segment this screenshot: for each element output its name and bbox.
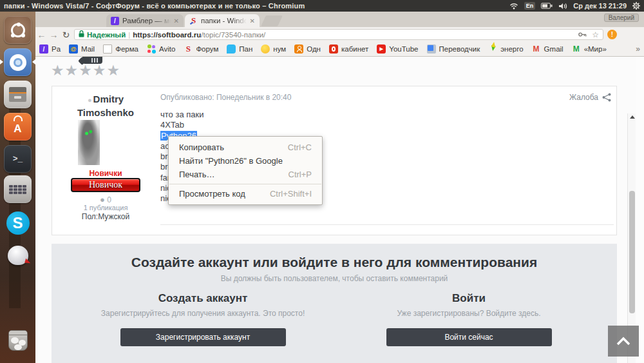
login-heading: Войти (340, 292, 598, 305)
smiley-icon (261, 44, 270, 54)
tab-softboard[interactable]: S папки - Windows V ✕ (185, 14, 260, 27)
scrollbar-thumb[interactable] (629, 191, 635, 313)
post-line: что за паки (160, 110, 204, 120)
tab-close-button[interactable]: ✕ (174, 17, 179, 25)
back-button[interactable]: ← (35, 30, 48, 40)
focused-indicator (32, 59, 35, 64)
avito-icon (147, 44, 156, 54)
rambler-favicon: / (111, 17, 119, 25)
report-link[interactable]: Жалоба (569, 93, 598, 102)
avatar[interactable] (78, 120, 100, 165)
bookmark-forum[interactable]: SФорум (184, 44, 218, 54)
lightning-icon (488, 44, 497, 54)
tab-close-button[interactable]: ✕ (250, 17, 255, 25)
tab-rambler[interactable]: / Рамблер — медий ✕ (106, 14, 184, 27)
reload-button[interactable]: ↻ (60, 30, 72, 40)
menu-item-search-google[interactable]: Найти "Python26" в Google (169, 154, 322, 168)
youtube-icon: ▶ (377, 44, 386, 54)
mailru-icon: @ (69, 44, 78, 54)
wifi-icon[interactable] (509, 3, 518, 10)
odnoklassniki-icon (294, 44, 303, 54)
security-label[interactable]: Надежный (87, 31, 126, 39)
ball-app-icon[interactable] (4, 241, 32, 269)
register-button[interactable]: Зарегистрировать аккаунт (120, 328, 286, 346)
posts-count: 1 публикация (52, 204, 159, 211)
bookmark-rambler[interactable]: /Pa (39, 44, 61, 54)
session-gear-icon[interactable] (632, 2, 640, 10)
battery-icon[interactable] (541, 3, 553, 9)
url-host: https://softboard.ru (133, 31, 201, 39)
bookmark-avito[interactable]: Avito (147, 44, 175, 54)
volume-icon[interactable] (558, 3, 567, 10)
login-button[interactable]: Войти сейчас (386, 328, 552, 346)
system-panel: папки - Windows Vista/7 - СофтФорум - вс… (0, 0, 644, 12)
skype-icon[interactable]: S (4, 209, 32, 237)
author-gender: Пол:Мужской (52, 212, 159, 221)
new-tab-button[interactable] (261, 15, 283, 26)
chromium-launcher-icon[interactable] (4, 48, 32, 76)
bookmark-num[interactable]: нум (261, 44, 286, 54)
reputation: ● 0 (52, 195, 159, 204)
translate-icon (427, 44, 436, 54)
page-icon (103, 44, 112, 54)
bookmark-gmail[interactable]: MGmail (532, 44, 564, 54)
status-dot: ● (88, 96, 92, 104)
bookmark-pan[interactable]: Пан (227, 44, 252, 54)
bookmark-ferma[interactable]: Ферма (103, 44, 138, 54)
scrollbar-up-arrow[interactable] (630, 115, 635, 119)
bookmark-mail[interactable]: @Mail (69, 44, 95, 54)
bookmark-energo[interactable]: энерго (488, 44, 523, 54)
bookmarks-overflow-chevron[interactable]: » (636, 44, 640, 54)
login-column: Войти Уже зарегистрированы? Войдите здес… (340, 292, 598, 346)
bookmark-mir[interactable]: M«Мир» (572, 44, 607, 54)
address-bar[interactable]: Надежный | https://softboard.ru /topic/7… (74, 29, 603, 40)
cta-subtitle: Вы должны быть пользователем, чтобы оста… (52, 274, 617, 283)
topic-rating-stars[interactable]: ★★★★★ (51, 62, 120, 79)
tab-title: папки - Windows V (201, 17, 247, 25)
window-title: папки - Windows Vista/7 - СофтФорум - вс… (4, 2, 305, 10)
divider (160, 224, 614, 225)
bookmark-star-icon[interactable]: ☆ (592, 30, 599, 39)
bookmark-translate[interactable]: Переводчик (427, 44, 480, 54)
bookmarks-bar: /Pa @Mail Ферма Avito SФорум Пан нум Одн… (35, 42, 644, 57)
menu-item-print[interactable]: Печать…Ctrl+P (169, 168, 322, 181)
ubuntu-software-icon[interactable]: A (4, 113, 32, 141)
browser-chrome: Валерий / Рамблер — медий ✕ S папки - Wi… (35, 12, 644, 57)
cta-title: Создайте аккаунт или войдите в него для … (52, 244, 617, 270)
bookmark-odn[interactable]: Одн (294, 44, 321, 54)
update-badge-icon[interactable]: ! (607, 30, 617, 39)
bookmark-youtube[interactable]: ▶YouTube (377, 44, 418, 54)
gmail-icon: M (532, 44, 541, 54)
login-text: Уже зарегистрированы? Войдите здесь. (340, 309, 598, 318)
comment-cta-section: Создайте аккаунт или войдите в него для … (52, 244, 617, 363)
forward-button[interactable]: → (48, 30, 60, 40)
trash-icon[interactable] (4, 326, 32, 354)
bookmark-kabinet[interactable]: кабинет (329, 44, 368, 54)
forum-page: ★★★★★ ●Dmitry Timoshenko Новички Новичок… (35, 57, 636, 363)
menu-item-copy[interactable]: КопироватьCtrl+C (169, 141, 322, 154)
author-name[interactable]: ●Dmitry Timoshenko (67, 93, 144, 119)
menu-item-inspect[interactable]: Просмотреть кодCtrl+Shift+I (169, 187, 322, 201)
keyboard-layout-indicator[interactable]: En (524, 2, 536, 10)
calculator-icon[interactable] (4, 175, 32, 203)
browser-profile-chip[interactable]: Валерий (604, 14, 639, 22)
clock[interactable]: Ср дек 13 21:29 (573, 2, 627, 10)
running-indicator (0, 59, 3, 64)
share-icon[interactable] (602, 93, 611, 104)
rank-badge: Новичок (71, 178, 140, 192)
password-key-icon[interactable] (578, 31, 587, 39)
post-timestamp: Опубликовано: Понедельник в 20:40 (160, 93, 291, 102)
register-text: Зарегистрируйтесь для получения аккаунта… (74, 309, 332, 318)
post-card: ●Dmitry Timoshenko Новички Новичок ● 0 1… (52, 86, 617, 235)
softboard-icon: S (184, 44, 193, 54)
menu-separator (169, 184, 321, 184)
context-menu: КопироватьCtrl+C Найти "Python26" в Goog… (168, 136, 323, 205)
register-column: Создать аккаунт Зарегистрируйтесь для по… (74, 292, 332, 346)
ubuntu-dash-icon[interactable] (4, 16, 32, 44)
post-author-column: ●Dmitry Timoshenko Новички Новичок ● 0 1… (52, 86, 159, 235)
file-manager-icon[interactable] (4, 81, 32, 108)
bubble-icon (227, 44, 236, 54)
browser-toolbar: ← → ↻ Надежный | https://softboard.ru /t… (35, 27, 644, 42)
scroll-to-top-button[interactable] (608, 326, 639, 357)
terminal-icon[interactable]: >_ (4, 145, 32, 173)
